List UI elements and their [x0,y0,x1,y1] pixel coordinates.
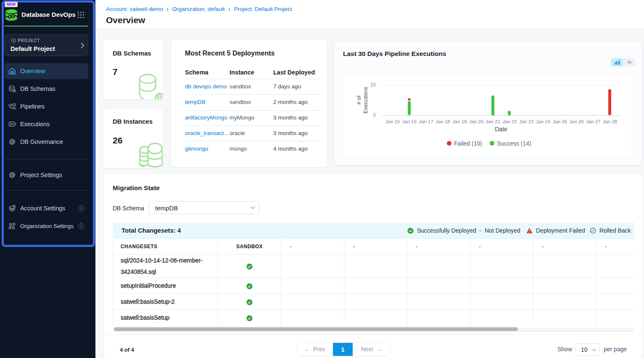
svg-text:Jan 21: Jan 21 [486,119,500,124]
svg-text:Jan 24: Jan 24 [536,119,551,124]
svg-text:Jan 25: Jan 25 [552,119,567,124]
svg-text:Jan 19: Jan 19 [452,119,467,124]
svg-text:# of: # of [356,95,362,105]
svg-text:Jan 23: Jan 23 [519,119,534,124]
svg-text:Jan 20: Jan 20 [469,119,484,124]
svg-text:Jan 28: Jan 28 [603,119,618,124]
svg-text:0: 0 [373,112,376,118]
svg-text:10: 10 [370,82,376,88]
svg-text:Failed (10): Failed (10) [454,140,482,147]
svg-text:Jan 15: Jan 15 [385,119,400,124]
svg-text:Jan 22: Jan 22 [502,119,517,124]
svg-text:Jan 18: Jan 18 [435,119,450,124]
svg-text:Success (14): Success (14) [497,140,531,147]
svg-text:Jan 16: Jan 16 [402,119,417,124]
svg-text:Executions: Executions [362,87,369,114]
svg-text:Jan 17: Jan 17 [419,119,433,124]
svg-text:Jan 26: Jan 26 [569,119,584,124]
svg-text:Jan 27: Jan 27 [586,119,601,124]
svg-text:Date: Date [495,126,507,133]
